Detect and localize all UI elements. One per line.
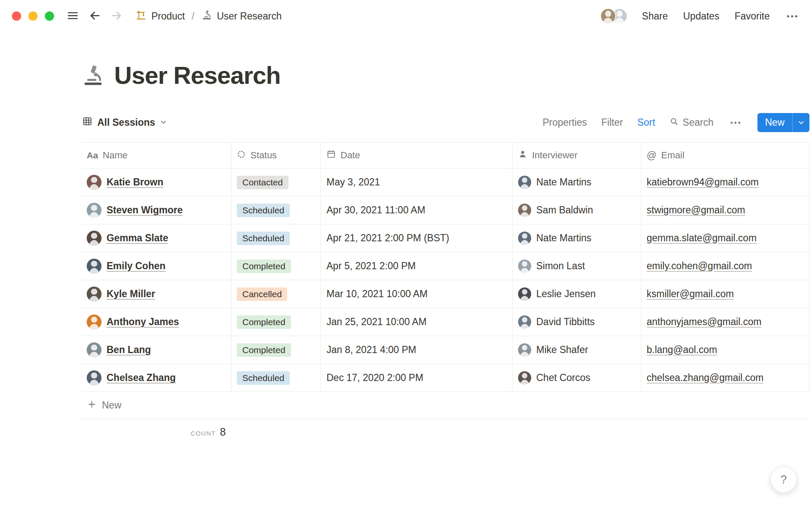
favorite-button[interactable]: Favorite — [734, 9, 771, 24]
sidebar-toggle-button[interactable] — [64, 7, 81, 25]
view-more-button[interactable] — [728, 117, 743, 128]
email-link[interactable]: katiebrown94@gmail.com — [647, 177, 759, 188]
date-cell[interactable]: Dec 17, 2020 2:00 PM — [321, 364, 513, 392]
table-row[interactable]: Steven Wigmore Scheduled Apr 30, 2021 11… — [81, 196, 809, 224]
name-cell[interactable]: Steven Wigmore — [81, 196, 231, 224]
status-cell[interactable]: Scheduled — [231, 196, 321, 224]
search-button[interactable]: Search — [669, 117, 713, 129]
count-row[interactable]: COUNT 8 — [81, 419, 231, 438]
date-cell[interactable]: Jan 25, 2021 10:00 AM — [321, 308, 513, 336]
new-button-label[interactable]: New — [757, 113, 792, 132]
more-options-button[interactable] — [784, 11, 800, 22]
table-header-row: Aa Name Status Date — [81, 142, 809, 168]
interviewer-cell[interactable]: Nate Martins — [513, 168, 641, 196]
page-title[interactable]: User Research — [114, 61, 280, 89]
new-button[interactable]: New — [757, 113, 809, 132]
name-cell[interactable]: Kyle Miller — [81, 280, 231, 308]
email-cell[interactable]: stwigmore@gmail.com — [641, 196, 809, 224]
avatar — [518, 176, 531, 189]
add-row-button[interactable]: New — [81, 392, 809, 419]
email-link[interactable]: emily.cohen@gmail.com — [647, 260, 752, 272]
status-cell[interactable]: Completed — [231, 252, 321, 280]
name-cell[interactable]: Emily Cohen — [81, 252, 231, 280]
forward-button[interactable] — [108, 7, 125, 25]
view-selector[interactable]: All Sessions — [81, 114, 168, 131]
person-name-link[interactable]: Ben Lang — [107, 344, 151, 356]
minimize-window-button[interactable] — [28, 11, 38, 21]
filter-button[interactable]: Filter — [601, 117, 623, 128]
email-cell[interactable]: katiebrown94@gmail.com — [641, 168, 809, 196]
table-row[interactable]: Chelsea Zhang Scheduled Dec 17, 2020 2:0… — [81, 364, 809, 392]
updates-button[interactable]: Updates — [682, 9, 720, 24]
interviewer-cell[interactable]: Nate Martins — [513, 224, 641, 252]
email-cell[interactable]: emily.cohen@gmail.com — [641, 252, 809, 280]
chevron-down-icon[interactable] — [793, 113, 809, 132]
name-cell[interactable]: Ben Lang — [81, 336, 231, 364]
name-cell[interactable]: Katie Brown — [81, 168, 231, 196]
sort-button[interactable]: Sort — [637, 117, 655, 128]
person-name-link[interactable]: Chelsea Zhang — [107, 372, 176, 384]
share-button[interactable]: Share — [641, 9, 669, 24]
table-row[interactable]: Gemma Slate Scheduled Apr 21, 2021 2:00 … — [81, 224, 809, 252]
email-link[interactable]: ksmiller@gmail.com — [647, 288, 734, 300]
email-cell[interactable]: b.lang@aol.com — [641, 336, 809, 364]
interviewer-cell[interactable]: Chet Corcos — [513, 364, 641, 392]
table-row[interactable]: Ben Lang Completed Jan 8, 2021 4:00 PM M… — [81, 336, 809, 364]
table-row[interactable]: Emily Cohen Completed Apr 5, 2021 2:00 P… — [81, 252, 809, 280]
status-cell[interactable]: Completed — [231, 308, 321, 336]
person-icon — [518, 149, 527, 161]
interviewer-cell[interactable]: Simon Last — [513, 252, 641, 280]
email-cell[interactable]: chelsea.zhang@gmail.com — [641, 364, 809, 392]
email-cell[interactable]: anthonyjames@gmail.com — [641, 308, 809, 336]
email-cell[interactable]: gemma.slate@gmail.com — [641, 224, 809, 252]
person-name-link[interactable]: Kyle Miller — [107, 288, 155, 300]
column-header-name[interactable]: Aa Name — [81, 143, 231, 168]
breadcrumb-item-product[interactable]: Product — [134, 8, 187, 25]
interviewer-cell[interactable]: Mike Shafer — [513, 336, 641, 364]
status-cell[interactable]: Contacted — [231, 168, 321, 196]
column-header-date[interactable]: Date — [321, 143, 513, 168]
breadcrumb-label: Product — [151, 11, 185, 22]
help-button[interactable]: ? — [771, 467, 797, 493]
interviewer-cell[interactable]: Leslie Jensen — [513, 280, 641, 308]
email-link[interactable]: gemma.slate@gmail.com — [647, 232, 757, 244]
email-cell[interactable]: ksmiller@gmail.com — [641, 280, 809, 308]
interviewer-cell[interactable]: Sam Baldwin — [513, 196, 641, 224]
date-cell[interactable]: Apr 21, 2021 2:00 PM (BST) — [321, 224, 513, 252]
email-link[interactable]: anthonyjames@gmail.com — [647, 316, 761, 328]
date-cell[interactable]: Apr 30, 2021 11:00 AM — [321, 196, 513, 224]
breadcrumb-item-user-research[interactable]: User Research — [200, 8, 283, 24]
column-header-email[interactable]: @ Email — [641, 143, 809, 168]
table-row[interactable]: Anthony James Completed Jan 25, 2021 10:… — [81, 308, 809, 336]
name-cell[interactable]: Chelsea Zhang — [81, 364, 231, 392]
email-link[interactable]: chelsea.zhang@gmail.com — [647, 372, 763, 384]
date-cell[interactable]: Apr 5, 2021 2:00 PM — [321, 252, 513, 280]
date-cell[interactable]: Mar 10, 2021 10:00 AM — [321, 280, 513, 308]
status-cell[interactable]: Cancelled — [231, 280, 321, 308]
close-window-button[interactable] — [12, 11, 21, 21]
email-link[interactable]: b.lang@aol.com — [647, 344, 717, 356]
status-cell[interactable]: Scheduled — [231, 364, 321, 392]
column-header-status[interactable]: Status — [231, 143, 321, 168]
name-cell[interactable]: Gemma Slate — [81, 224, 231, 252]
microscope-icon[interactable] — [81, 64, 105, 87]
person-name-link[interactable]: Anthony James — [107, 316, 179, 328]
collaborator-avatars[interactable] — [600, 8, 628, 24]
status-cell[interactable]: Scheduled — [231, 224, 321, 252]
person-name-link[interactable]: Emily Cohen — [107, 260, 165, 272]
name-cell[interactable]: Anthony James — [81, 308, 231, 336]
person-name-link[interactable]: Steven Wigmore — [107, 204, 183, 216]
back-button[interactable] — [86, 7, 103, 25]
email-link[interactable]: stwigmore@gmail.com — [647, 204, 745, 216]
zoom-window-button[interactable] — [45, 11, 54, 21]
status-cell[interactable]: Completed — [231, 336, 321, 364]
date-cell[interactable]: Jan 8, 2021 4:00 PM — [321, 336, 513, 364]
column-header-interviewer[interactable]: Interviewer — [513, 143, 641, 168]
properties-button[interactable]: Properties — [543, 117, 587, 128]
date-cell[interactable]: May 3, 2021 — [321, 168, 513, 196]
interviewer-cell[interactable]: David Tibbitts — [513, 308, 641, 336]
table-row[interactable]: Kyle Miller Cancelled Mar 10, 2021 10:00… — [81, 280, 809, 308]
person-name-link[interactable]: Gemma Slate — [107, 232, 168, 244]
person-name-link[interactable]: Katie Brown — [107, 177, 163, 188]
table-row[interactable]: Katie Brown Contacted May 3, 2021 Nate M… — [81, 168, 809, 196]
